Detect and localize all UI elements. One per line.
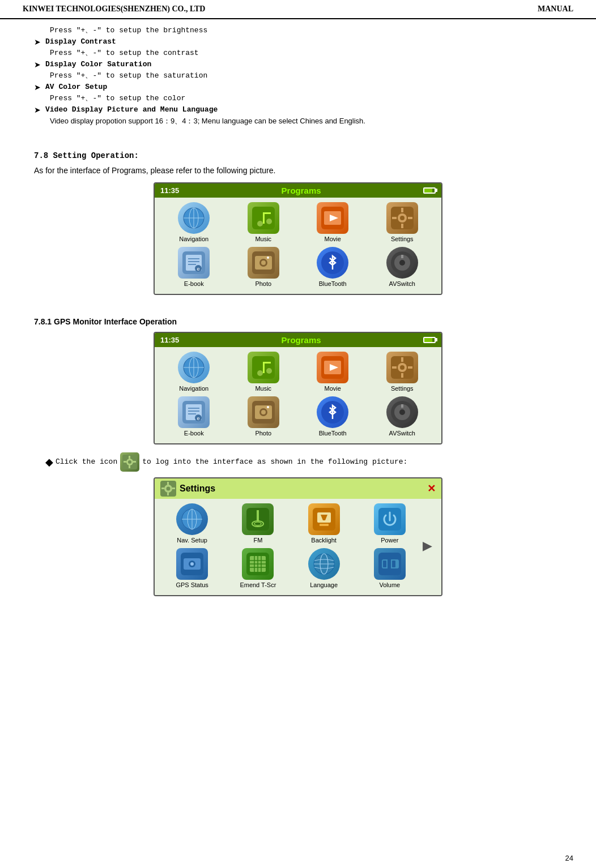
app-settings-2[interactable]: Settings bbox=[370, 352, 435, 392]
app-ebook-2[interactable]: e E-book bbox=[161, 396, 227, 437]
app-settings-1[interactable]: Settings bbox=[370, 202, 435, 242]
app-photo-2[interactable]: Photo bbox=[231, 396, 296, 437]
app-label-ebook-2: E-book bbox=[184, 430, 204, 437]
svg-point-30 bbox=[267, 256, 269, 259]
settings-next-arrow[interactable]: ▶ bbox=[420, 503, 435, 588]
app-avswitch-1[interactable]: AVSwitch bbox=[370, 247, 435, 287]
svg-rect-85 bbox=[172, 488, 175, 489]
svg-point-5 bbox=[257, 221, 263, 226]
svg-rect-8 bbox=[263, 212, 271, 214]
svg-rect-58 bbox=[188, 411, 199, 412]
app-navigation-2[interactable]: Navigation bbox=[161, 352, 227, 392]
app-bluetooth-2[interactable]: BlueTooth bbox=[300, 396, 365, 437]
bullet-label-4: Video Display Picture and Menu Language bbox=[45, 105, 218, 114]
svg-point-34 bbox=[399, 260, 405, 266]
app-label-bluetooth-2: BlueTooth bbox=[319, 430, 347, 437]
app-label-navigation-2: Navigation bbox=[179, 385, 208, 392]
app-label-avswitch-2: AVSwitch bbox=[389, 430, 415, 437]
app-movie-2[interactable]: Movie bbox=[300, 352, 365, 392]
svg-rect-52 bbox=[401, 373, 403, 378]
nav-setup-icon bbox=[176, 503, 208, 535]
svg-rect-57 bbox=[188, 408, 199, 409]
section-78-heading: 7.8 Setting Operation: bbox=[34, 151, 562, 160]
settings-titlebar: Settings ✕ bbox=[155, 478, 441, 499]
avswitch-icon-2 bbox=[386, 396, 418, 428]
settings-language-label: Language bbox=[310, 581, 338, 588]
app-movie-1[interactable]: Movie bbox=[300, 202, 365, 242]
volume-icon bbox=[374, 548, 406, 580]
settings-click-icon[interactable] bbox=[120, 452, 139, 472]
svg-rect-21 bbox=[188, 258, 199, 259]
battery-1 bbox=[423, 187, 436, 194]
battery-2 bbox=[423, 337, 436, 343]
app-avswitch-2[interactable]: AVSwitch bbox=[370, 396, 435, 437]
app-bluetooth-1[interactable]: BlueTooth bbox=[300, 247, 365, 287]
time-2: 11:35 bbox=[160, 336, 179, 344]
app-navigation-1[interactable]: Navigation bbox=[161, 202, 227, 242]
settings-power-label: Power bbox=[381, 537, 398, 544]
app-label-avswitch-1: AVSwitch bbox=[389, 280, 415, 287]
statusbar-2: 11:35 Programs bbox=[155, 333, 441, 347]
app-photo-1[interactable]: Photo bbox=[231, 247, 296, 287]
svg-point-66 bbox=[267, 406, 269, 408]
app-label-navigation-1: Navigation bbox=[179, 236, 208, 242]
avswitch-icon-1 bbox=[386, 247, 418, 279]
settings-close-button[interactable]: ✕ bbox=[427, 482, 436, 495]
svg-point-65 bbox=[261, 410, 266, 414]
bullet-label-2: Display Color Saturation bbox=[45, 60, 151, 69]
movie-icon-2 bbox=[317, 352, 348, 383]
svg-rect-17 bbox=[392, 217, 397, 219]
settings-nav-setup-label: Nav. Setup bbox=[177, 537, 207, 544]
settings-volume[interactable]: Volume bbox=[359, 548, 420, 588]
settings-emend[interactable]: Emend T-Scr bbox=[227, 548, 288, 588]
page-footer: 24 bbox=[565, 854, 573, 862]
settings-backlight[interactable]: Backlight bbox=[293, 503, 355, 544]
settings-grid: Nav. Setup FM bbox=[161, 503, 420, 588]
svg-point-74 bbox=[128, 460, 131, 464]
svg-point-50 bbox=[400, 365, 405, 370]
settings-title-icon bbox=[160, 481, 176, 497]
svg-rect-51 bbox=[401, 357, 403, 362]
settings-screen: Settings ✕ Nav. Setup bbox=[154, 477, 442, 596]
ebook-icon-2: e bbox=[178, 396, 210, 428]
ebook-icon-1: e bbox=[178, 247, 210, 279]
svg-rect-82 bbox=[167, 482, 169, 485]
app-grid-2: Navigation Music bbox=[161, 352, 435, 437]
section-781-heading: 7.8.1 GPS Monitor Interface Operation bbox=[34, 317, 562, 326]
statusbar-1: 11:35 Programs bbox=[155, 183, 441, 198]
settings-gps-status[interactable]: GPS Status bbox=[161, 548, 223, 588]
settings-nav-setup[interactable]: Nav. Setup bbox=[161, 503, 223, 544]
svg-rect-23 bbox=[188, 264, 196, 265]
app-music-1[interactable]: Music bbox=[231, 202, 296, 242]
app-label-music-2: Music bbox=[255, 385, 271, 392]
language-icon bbox=[308, 548, 340, 580]
svg-rect-76 bbox=[129, 465, 130, 468]
bullet-label-1: Display Contrast bbox=[45, 37, 116, 46]
settings-fm[interactable]: FM bbox=[227, 503, 288, 544]
settings-fm-label: FM bbox=[253, 537, 262, 544]
bullet-label-3: AV Color Setup bbox=[45, 83, 107, 91]
svg-point-42 bbox=[266, 368, 272, 374]
svg-rect-116 bbox=[383, 561, 386, 567]
app-ebook-1[interactable]: e E-book bbox=[161, 247, 227, 287]
app-music-2[interactable]: Music bbox=[231, 352, 296, 392]
bullet-desc-3: Press "+、-" to setup the color bbox=[50, 93, 562, 103]
settings-backlight-label: Backlight bbox=[311, 537, 337, 544]
settings-emend-label: Emend T-Scr bbox=[240, 581, 276, 588]
programs-screen-2: 11:35 Programs bbox=[154, 332, 442, 444]
settings-icon-2 bbox=[386, 352, 418, 383]
svg-rect-18 bbox=[408, 217, 412, 219]
settings-language[interactable]: Language bbox=[293, 548, 355, 588]
diamond-bullet: ◆ bbox=[45, 456, 53, 468]
manual-label: MANUAL bbox=[538, 5, 573, 14]
svg-rect-84 bbox=[161, 488, 164, 489]
svg-rect-78 bbox=[133, 461, 136, 463]
time-1: 11:35 bbox=[160, 186, 179, 195]
svg-point-29 bbox=[261, 260, 266, 265]
page-number: 24 bbox=[565, 854, 573, 862]
settings-volume-label: Volume bbox=[380, 581, 401, 588]
svg-text:e: e bbox=[197, 266, 200, 272]
settings-power[interactable]: Power bbox=[359, 503, 420, 544]
fm-icon bbox=[242, 503, 274, 535]
click-text-after: to log into the interface as shown in th… bbox=[142, 457, 407, 466]
